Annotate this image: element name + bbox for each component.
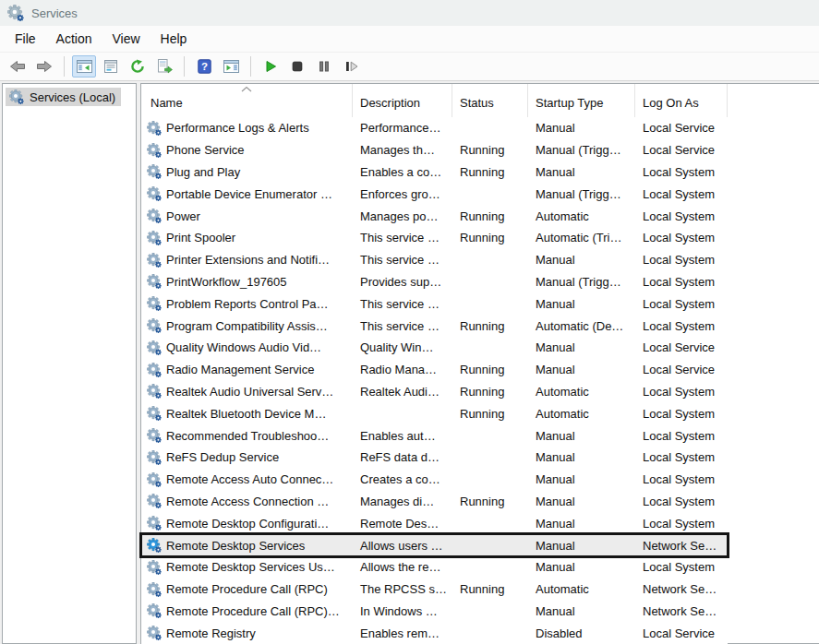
table-row[interactable]: Power Manages po… Running Automatic Loca…	[141, 205, 728, 227]
service-name: Radio Management Service	[166, 363, 314, 376]
service-description: This service …	[353, 253, 452, 267]
properties-button[interactable]	[99, 55, 123, 78]
table-row[interactable]: Program Compatibility Assis… This servic…	[141, 315, 728, 337]
table-row[interactable]: Remote Access Auto Connec… Creates a co……	[141, 469, 728, 491]
start-service-button[interactable]	[259, 55, 283, 78]
service-startup-type: Automatic	[528, 407, 635, 421]
service-name-cell: Printer Extensions and Notifi…	[141, 253, 353, 268]
table-row[interactable]: Phone Service Manages th… Running Manual…	[141, 139, 728, 161]
toolbar-separator	[184, 56, 185, 77]
back-button[interactable]	[6, 55, 30, 78]
service-log-on-as: Network Se…	[635, 604, 728, 618]
table-row[interactable]: Remote Desktop Services Allows users … M…	[141, 534, 728, 556]
table-row[interactable]: Print Spooler This service … Running Aut…	[141, 227, 728, 249]
service-gear-icon	[147, 626, 162, 640]
service-log-on-as: Local System	[635, 253, 728, 267]
menu-action[interactable]: Action	[46, 28, 102, 50]
table-row[interactable]: Remote Procedure Call (RPC) The RPCSS s……	[141, 578, 728, 601]
pause-service-button[interactable]	[312, 55, 336, 78]
service-name-cell: Remote Desktop Services	[141, 538, 353, 553]
service-gear-icon	[147, 516, 162, 531]
sidebar-item-services-local[interactable]: Services (Local)	[6, 88, 121, 106]
service-name-cell: Print Spooler	[141, 231, 353, 245]
service-startup-type: Manual (Trigg…	[528, 187, 635, 201]
table-row[interactable]: Realtek Bluetooth Device M… Running Auto…	[141, 402, 728, 424]
service-startup-type: Manual	[528, 560, 635, 574]
service-name: Realtek Bluetooth Device M…	[166, 407, 326, 421]
service-gear-icon	[147, 296, 162, 311]
menu-view[interactable]: View	[102, 28, 150, 50]
show-console-tree-button[interactable]	[72, 55, 96, 78]
table-row[interactable]: Remote Procedure Call (RPC)… In Windows …	[141, 601, 728, 623]
menu-file[interactable]: File	[5, 28, 46, 50]
service-gear-icon	[147, 143, 162, 158]
service-log-on-as: Local System	[635, 275, 728, 289]
service-startup-type: Manual	[528, 539, 635, 553]
service-name: PrintWorkflow_197605	[166, 275, 287, 289]
service-gear-icon	[147, 472, 162, 487]
service-log-on-as: Local Service	[635, 340, 728, 354]
service-name-cell: Power	[141, 209, 353, 223]
table-row[interactable]: Realtek Audio Universal Serv… Realtek Au…	[141, 381, 728, 403]
service-name-cell: Realtek Audio Universal Serv…	[141, 384, 353, 399]
service-name-cell: Remote Access Connection …	[141, 494, 353, 508]
table-row[interactable]: PrintWorkflow_197605 Provides sup… Manua…	[141, 271, 728, 293]
service-description: Realtek Audi…	[353, 385, 452, 399]
menu-help[interactable]: Help	[151, 28, 198, 50]
service-startup-type: Manual	[528, 495, 635, 508]
table-row[interactable]: Performance Logs & Alerts Performance… M…	[141, 117, 728, 139]
service-status: Running	[452, 165, 528, 179]
table-row[interactable]: Problem Reports Control Pa… This service…	[141, 292, 728, 315]
services-list-panel: Name Description Status Startup Type Log…	[140, 83, 819, 644]
table-row[interactable]: Recommended Troubleshoo… Enables aut… Ma…	[141, 424, 728, 447]
service-log-on-as: Network Se…	[635, 582, 728, 596]
pause-icon	[317, 59, 331, 74]
column-header-status[interactable]: Status	[452, 84, 528, 117]
table-row[interactable]: Remote Access Connection … Manages di… R…	[141, 491, 728, 513]
restart-service-button[interactable]	[339, 55, 363, 78]
stop-service-button[interactable]	[285, 55, 309, 78]
service-name: Portable Device Enumerator …	[166, 187, 332, 201]
service-name-cell: Quality Windows Audio Vid…	[141, 340, 353, 355]
service-log-on-as: Local System	[635, 429, 728, 443]
service-name: Power	[166, 209, 200, 223]
help-button[interactable]: ?	[192, 55, 216, 78]
table-row[interactable]: Remote Registry Enables rem… Disabled Lo…	[141, 622, 728, 644]
service-log-on-as: Local System	[635, 560, 728, 574]
service-startup-type: Manual	[528, 604, 635, 618]
table-row[interactable]: Plug and Play Enables a co… Running Manu…	[141, 161, 728, 184]
table-row[interactable]: Radio Management Service Radio Mana… Run…	[141, 359, 728, 381]
service-startup-type: Manual	[528, 121, 635, 135]
service-name-cell: Recommended Troubleshoo…	[141, 428, 353, 443]
service-log-on-as: Local System	[635, 450, 728, 464]
service-startup-type: Manual	[528, 165, 635, 179]
service-gear-icon	[147, 406, 162, 421]
service-name-cell: Remote Registry	[141, 626, 353, 640]
table-row[interactable]: Quality Windows Audio Vid… Quality Win… …	[141, 337, 728, 359]
export-list-button[interactable]	[152, 55, 176, 78]
show-action-pane-button[interactable]	[219, 55, 243, 78]
table-row[interactable]: Remote Desktop Services Us… Allows the r…	[141, 556, 728, 578]
table-row[interactable]: Remote Desktop Configurati… Remote Des… …	[141, 512, 728, 534]
column-header-log-on-as[interactable]: Log On As	[635, 84, 728, 117]
window-title: Services	[31, 6, 78, 20]
play-icon	[263, 59, 278, 74]
service-status: Running	[452, 231, 528, 244]
service-name: Remote Desktop Configurati…	[166, 517, 329, 531]
column-header-description[interactable]: Description	[353, 84, 452, 117]
service-name-cell: Program Compatibility Assis…	[141, 318, 353, 333]
service-name: Remote Desktop Services Us…	[166, 560, 335, 574]
table-row[interactable]: Printer Extensions and Notifi… This serv…	[141, 249, 728, 271]
service-name: ReFS Dedup Service	[166, 450, 279, 464]
service-name-cell: Problem Reports Control Pa…	[141, 296, 353, 311]
table-row[interactable]: ReFS Dedup Service ReFS data d… Manual L…	[141, 447, 728, 469]
service-gear-icon	[147, 340, 162, 355]
table-row[interactable]: Portable Device Enumerator … Enforces gr…	[141, 183, 728, 205]
list-header: Name Description Status Startup Type Log…	[141, 84, 819, 117]
sidebar-item-label: Services (Local)	[30, 90, 115, 104]
forward-button[interactable]	[32, 55, 56, 78]
menu-bar: File Action View Help	[0, 26, 819, 53]
refresh-button[interactable]	[126, 55, 150, 78]
column-header-startup-type[interactable]: Startup Type	[528, 84, 635, 117]
service-log-on-as: Local Service	[635, 143, 728, 157]
